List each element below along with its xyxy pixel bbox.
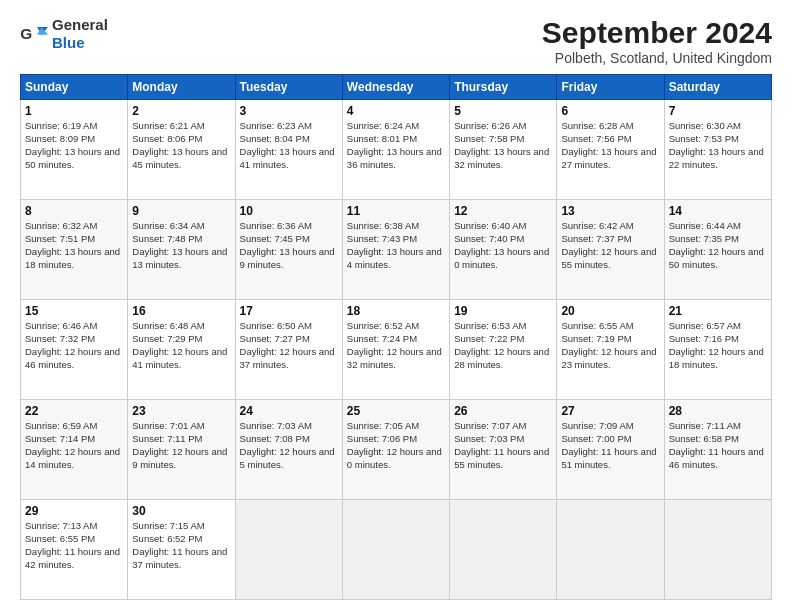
sunrise-text: Sunrise: 6:50 AM (240, 320, 312, 331)
calendar-cell: 1Sunrise: 6:19 AMSunset: 8:09 PMDaylight… (21, 100, 128, 200)
calendar-cell (557, 500, 664, 600)
sunset-text: Sunset: 7:00 PM (561, 433, 631, 444)
sunrise-text: Sunrise: 6:59 AM (25, 420, 97, 431)
sunset-text: Sunset: 6:55 PM (25, 533, 95, 544)
sunset-text: Sunset: 7:11 PM (132, 433, 202, 444)
month-title: September 2024 (542, 16, 772, 50)
sunset-text: Sunset: 7:19 PM (561, 333, 631, 344)
sunset-text: Sunset: 7:51 PM (25, 233, 95, 244)
day-number: 15 (25, 303, 123, 319)
col-header-saturday: Saturday (664, 75, 771, 100)
sunrise-text: Sunrise: 6:23 AM (240, 120, 312, 131)
sunset-text: Sunset: 8:01 PM (347, 133, 417, 144)
day-number: 25 (347, 403, 445, 419)
sunrise-text: Sunrise: 6:55 AM (561, 320, 633, 331)
sunrise-text: Sunrise: 6:57 AM (669, 320, 741, 331)
sunset-text: Sunset: 7:24 PM (347, 333, 417, 344)
sunset-text: Sunset: 7:32 PM (25, 333, 95, 344)
day-number: 16 (132, 303, 230, 319)
daylight-text: Daylight: 12 hours and 18 minutes. (669, 346, 764, 370)
day-number: 26 (454, 403, 552, 419)
day-number: 2 (132, 103, 230, 119)
logo-blue: Blue (52, 34, 85, 51)
daylight-text: Daylight: 13 hours and 22 minutes. (669, 146, 764, 170)
daylight-text: Daylight: 12 hours and 37 minutes. (240, 346, 335, 370)
daylight-text: Daylight: 13 hours and 50 minutes. (25, 146, 120, 170)
daylight-text: Daylight: 12 hours and 28 minutes. (454, 346, 549, 370)
day-number: 17 (240, 303, 338, 319)
daylight-text: Daylight: 12 hours and 14 minutes. (25, 446, 120, 470)
day-number: 7 (669, 103, 767, 119)
sunset-text: Sunset: 7:43 PM (347, 233, 417, 244)
sunset-text: Sunset: 7:06 PM (347, 433, 417, 444)
daylight-text: Daylight: 12 hours and 5 minutes. (240, 446, 335, 470)
calendar-table: SundayMondayTuesdayWednesdayThursdayFrid… (20, 74, 772, 600)
sunset-text: Sunset: 7:35 PM (669, 233, 739, 244)
day-number: 24 (240, 403, 338, 419)
col-header-friday: Friday (557, 75, 664, 100)
calendar-cell: 6Sunrise: 6:28 AMSunset: 7:56 PMDaylight… (557, 100, 664, 200)
daylight-text: Daylight: 13 hours and 4 minutes. (347, 246, 442, 270)
sunset-text: Sunset: 7:08 PM (240, 433, 310, 444)
calendar-cell: 24Sunrise: 7:03 AMSunset: 7:08 PMDayligh… (235, 400, 342, 500)
col-header-thursday: Thursday (450, 75, 557, 100)
daylight-text: Daylight: 12 hours and 50 minutes. (669, 246, 764, 270)
day-number: 20 (561, 303, 659, 319)
sunrise-text: Sunrise: 6:19 AM (25, 120, 97, 131)
daylight-text: Daylight: 11 hours and 37 minutes. (132, 546, 227, 570)
sunrise-text: Sunrise: 6:44 AM (669, 220, 741, 231)
day-number: 21 (669, 303, 767, 319)
calendar-cell: 22Sunrise: 6:59 AMSunset: 7:14 PMDayligh… (21, 400, 128, 500)
day-number: 27 (561, 403, 659, 419)
calendar-cell: 13Sunrise: 6:42 AMSunset: 7:37 PMDayligh… (557, 200, 664, 300)
daylight-text: Daylight: 11 hours and 46 minutes. (669, 446, 764, 470)
daylight-text: Daylight: 13 hours and 9 minutes. (240, 246, 335, 270)
daylight-text: Daylight: 11 hours and 42 minutes. (25, 546, 120, 570)
calendar-cell: 14Sunrise: 6:44 AMSunset: 7:35 PMDayligh… (664, 200, 771, 300)
sunset-text: Sunset: 7:58 PM (454, 133, 524, 144)
daylight-text: Daylight: 13 hours and 13 minutes. (132, 246, 227, 270)
col-header-wednesday: Wednesday (342, 75, 449, 100)
sunset-text: Sunset: 7:37 PM (561, 233, 631, 244)
sunset-text: Sunset: 7:16 PM (669, 333, 739, 344)
calendar-cell: 18Sunrise: 6:52 AMSunset: 7:24 PMDayligh… (342, 300, 449, 400)
sunrise-text: Sunrise: 6:34 AM (132, 220, 204, 231)
calendar-cell: 19Sunrise: 6:53 AMSunset: 7:22 PMDayligh… (450, 300, 557, 400)
sunset-text: Sunset: 8:06 PM (132, 133, 202, 144)
daylight-text: Daylight: 12 hours and 32 minutes. (347, 346, 442, 370)
sunset-text: Sunset: 7:56 PM (561, 133, 631, 144)
sunrise-text: Sunrise: 6:30 AM (669, 120, 741, 131)
header: G General Blue September 2024 Polbeth, S… (20, 16, 772, 66)
daylight-text: Daylight: 13 hours and 41 minutes. (240, 146, 335, 170)
sunrise-text: Sunrise: 6:36 AM (240, 220, 312, 231)
day-number: 28 (669, 403, 767, 419)
sunrise-text: Sunrise: 7:15 AM (132, 520, 204, 531)
day-number: 22 (25, 403, 123, 419)
calendar-cell: 3Sunrise: 6:23 AMSunset: 8:04 PMDaylight… (235, 100, 342, 200)
daylight-text: Daylight: 12 hours and 46 minutes. (25, 346, 120, 370)
sunset-text: Sunset: 6:58 PM (669, 433, 739, 444)
calendar-cell: 10Sunrise: 6:36 AMSunset: 7:45 PMDayligh… (235, 200, 342, 300)
daylight-text: Daylight: 12 hours and 9 minutes. (132, 446, 227, 470)
day-number: 23 (132, 403, 230, 419)
sunrise-text: Sunrise: 6:24 AM (347, 120, 419, 131)
sunrise-text: Sunrise: 6:46 AM (25, 320, 97, 331)
logo-general: General (52, 16, 108, 33)
day-number: 14 (669, 203, 767, 219)
calendar-cell: 11Sunrise: 6:38 AMSunset: 7:43 PMDayligh… (342, 200, 449, 300)
sunset-text: Sunset: 7:48 PM (132, 233, 202, 244)
day-number: 30 (132, 503, 230, 519)
col-header-monday: Monday (128, 75, 235, 100)
day-number: 18 (347, 303, 445, 319)
sunrise-text: Sunrise: 6:48 AM (132, 320, 204, 331)
sunrise-text: Sunrise: 7:11 AM (669, 420, 741, 431)
day-number: 5 (454, 103, 552, 119)
calendar-cell: 15Sunrise: 6:46 AMSunset: 7:32 PMDayligh… (21, 300, 128, 400)
calendar-cell: 5Sunrise: 6:26 AMSunset: 7:58 PMDaylight… (450, 100, 557, 200)
sunset-text: Sunset: 7:03 PM (454, 433, 524, 444)
calendar-week-1: 1Sunrise: 6:19 AMSunset: 8:09 PMDaylight… (21, 100, 772, 200)
calendar-cell: 8Sunrise: 6:32 AMSunset: 7:51 PMDaylight… (21, 200, 128, 300)
daylight-text: Daylight: 11 hours and 51 minutes. (561, 446, 656, 470)
sunrise-text: Sunrise: 7:13 AM (25, 520, 97, 531)
calendar-cell: 12Sunrise: 6:40 AMSunset: 7:40 PMDayligh… (450, 200, 557, 300)
